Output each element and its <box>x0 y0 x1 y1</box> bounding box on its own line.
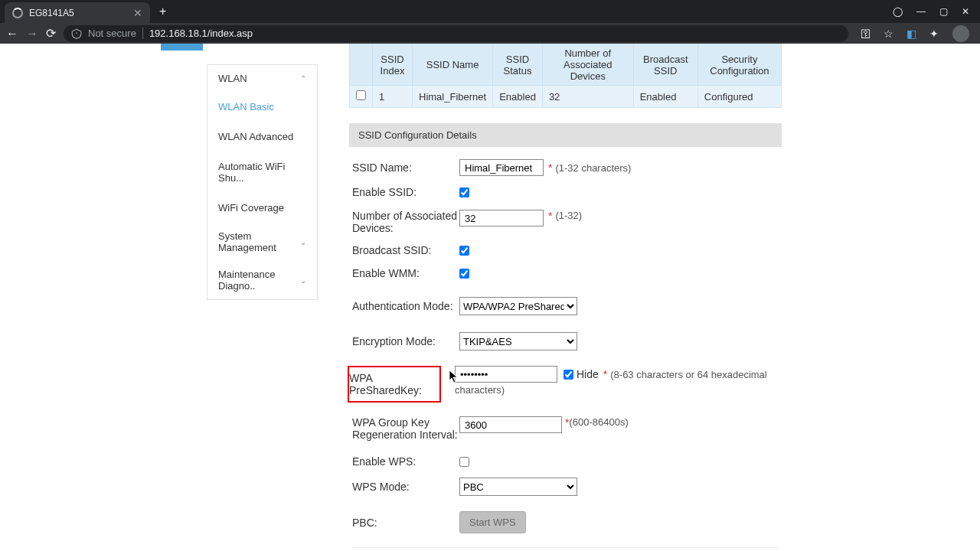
row-checkbox[interactable] <box>356 90 366 100</box>
tab-title: EG8141A5 <box>29 8 133 18</box>
group-key-input[interactable] <box>459 416 562 433</box>
section-label: System Management <box>218 230 300 253</box>
sidebar-item-wlan-basic[interactable]: WLAN Basic <box>207 92 317 122</box>
star-icon[interactable]: ☆ <box>884 28 896 40</box>
sidebar: WLAN ⌃ WLAN Basic WLAN Advanced Automati… <box>161 44 318 300</box>
new-tab-button[interactable]: + <box>159 5 166 18</box>
ssid-table: SSID Index SSID Name SSID Status Number … <box>349 44 782 108</box>
col-status: SSID Status <box>493 44 543 86</box>
enable-ssid-label: Enable SSID: <box>352 186 459 198</box>
psk-input[interactable] <box>455 366 557 383</box>
broadcast-checkbox[interactable] <box>459 246 469 256</box>
enc-label: Encryption Mode: <box>352 335 459 347</box>
col-assoc: Number of Associated Devices <box>542 44 633 86</box>
wps-mode-label: WPS Mode: <box>352 481 459 493</box>
table-row[interactable]: 1 Himal_Fibernet Enabled 32 Enabled Conf… <box>350 86 782 108</box>
section-label: Maintenance Diagno.. <box>218 269 300 292</box>
broadcast-label: Broadcast SSID: <box>352 244 459 256</box>
cell-assoc: 32 <box>542 86 633 108</box>
wps-label: Enable WPS: <box>352 455 459 468</box>
hide-label: Hide <box>577 368 599 380</box>
section-header: SSID Configuration Details <box>349 123 782 147</box>
window-controls: ◯ — ▢ ✕ <box>893 6 980 17</box>
cell-name: Himal_Fibernet <box>413 86 493 108</box>
avatar[interactable] <box>952 25 969 42</box>
circle-icon[interactable]: ◯ <box>893 6 903 17</box>
cell-index: 1 <box>373 86 413 108</box>
config-form: SSID Name: * (1-32 characters) Enable SS… <box>349 147 782 551</box>
cell-security: Configured <box>697 86 781 108</box>
wps-mode-select[interactable]: PBC <box>459 478 577 496</box>
browser-tab[interactable]: EG8141A5 ✕ <box>5 2 150 23</box>
hide-checkbox[interactable] <box>564 370 573 380</box>
auth-mode-select[interactable]: WPA/WPA2 PreSharedKey <box>459 297 577 315</box>
svg-point-0 <box>76 33 77 34</box>
url-text: 192.168.18.1/index.asp <box>149 28 253 39</box>
chevron-down-icon: ⌄ <box>300 238 306 246</box>
chevron-down-icon: ⌄ <box>300 276 306 285</box>
required-marker: * <box>548 210 552 222</box>
pbc-label: PBC: <box>352 517 459 529</box>
sidebar-item-auto-wifi[interactable]: Automatic WiFi Shu... <box>207 152 317 193</box>
not-secure-icon <box>71 28 82 39</box>
tab-strip: EG8141A5 ✕ + ◯ — ▢ ✕ <box>0 0 980 23</box>
key-icon[interactable]: ⚿ <box>861 28 873 40</box>
start-wps-button[interactable]: Start WPS <box>459 511 526 533</box>
cell-status: Enabled <box>493 86 543 108</box>
wmm-label: Enable WMM: <box>352 267 459 279</box>
enable-ssid-checkbox[interactable] <box>459 187 469 197</box>
browser-chrome: EG8141A5 ✕ + ◯ — ▢ ✕ ← → ⟳ Not secure 19… <box>0 0 980 44</box>
sidebar-item-wifi-coverage[interactable]: WiFi Coverage <box>207 193 317 223</box>
ssid-name-hint: (1-32 characters) <box>555 162 631 174</box>
chevron-up-icon: ⌃ <box>300 74 306 83</box>
col-broadcast: Broadcast SSID <box>633 44 697 86</box>
psk-hint-2: characters) <box>455 384 767 396</box>
col-index: SSID Index <box>373 44 413 86</box>
reload-button[interactable]: ⟳ <box>46 26 56 41</box>
psk-label: WPA PreSharedKey: <box>348 366 441 403</box>
top-active-tab[interactable] <box>161 44 203 51</box>
sidebar-item-wlan-advanced[interactable]: WLAN Advanced <box>207 122 317 152</box>
section-label: WLAN <box>218 73 247 84</box>
security-status: Not secure <box>88 28 143 39</box>
page-body: WLAN ⌃ WLAN Basic WLAN Advanced Automati… <box>0 44 980 551</box>
required-marker: * <box>548 161 552 174</box>
col-name: SSID Name <box>413 44 493 86</box>
puzzle-icon[interactable]: ✦ <box>929 28 942 40</box>
assoc-hint: (1-32) <box>555 210 582 221</box>
toolbar-icons: ⚿ ☆ ◧ ✦ <box>856 25 974 42</box>
encryption-mode-select[interactable]: TKIP&AES <box>459 332 577 350</box>
sidebar-section-maintenance[interactable]: Maintenance Diagno.. ⌄ <box>207 261 317 299</box>
auth-label: Authentication Mode: <box>352 300 459 312</box>
ssid-name-input[interactable] <box>459 159 544 176</box>
back-button[interactable]: ← <box>6 27 18 41</box>
cell-broadcast: Enabled <box>633 86 697 108</box>
address-bar[interactable]: Not secure 192.168.18.1/index.asp <box>64 25 848 42</box>
close-window-icon[interactable]: ✕ <box>962 6 969 17</box>
minimize-icon[interactable]: — <box>916 6 926 17</box>
sidebar-panel: WLAN ⌃ WLAN Basic WLAN Advanced Automati… <box>207 64 318 300</box>
loading-icon <box>12 8 23 18</box>
button-row: Apply Cancel <box>352 547 779 551</box>
ssid-name-label: SSID Name: <box>352 161 459 174</box>
checkbox-header <box>350 44 373 86</box>
required-marker: * <box>603 368 607 380</box>
col-security: Security Configuration <box>697 44 781 86</box>
psk-hint-1: (8-63 characters or 64 hexadecimal <box>610 369 767 380</box>
group-key-label: WPA Group Key Regeneration Interval: <box>352 416 459 441</box>
extension1-icon[interactable]: ◧ <box>906 28 919 40</box>
close-tab-icon[interactable]: ✕ <box>133 7 142 19</box>
maximize-icon[interactable]: ▢ <box>939 6 948 17</box>
address-row: ← → ⟳ Not secure 192.168.18.1/index.asp … <box>0 23 980 44</box>
sidebar-section-wlan[interactable]: WLAN ⌃ <box>207 65 317 92</box>
group-hint: (600-86400s) <box>569 416 628 428</box>
main-content: SSID Index SSID Name SSID Status Number … <box>349 44 782 551</box>
wmm-checkbox[interactable] <box>459 269 469 279</box>
assoc-input[interactable] <box>459 210 544 227</box>
forward-button[interactable]: → <box>26 27 38 41</box>
sidebar-section-system[interactable]: System Management ⌄ <box>207 223 317 261</box>
wps-checkbox[interactable] <box>459 457 469 467</box>
assoc-label: Number of Associated Devices: <box>352 210 459 234</box>
